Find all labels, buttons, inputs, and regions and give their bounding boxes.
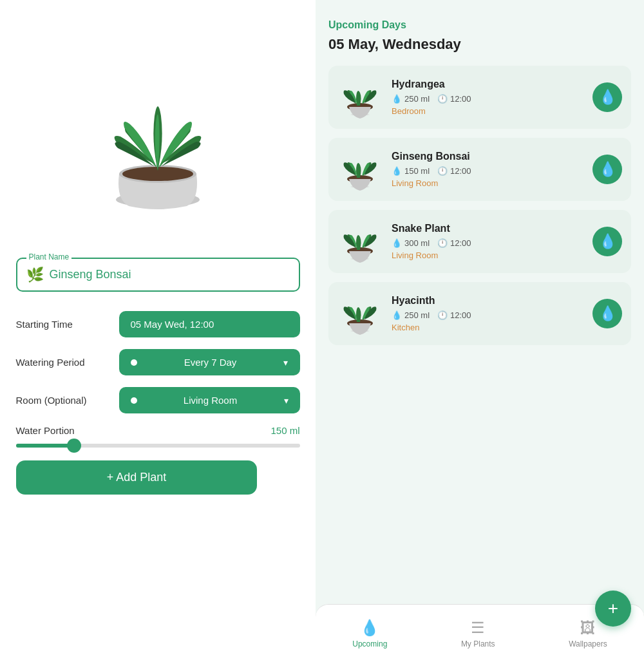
upcoming-title: Upcoming Days <box>328 19 631 31</box>
drop-icon: 💧 <box>392 238 402 248</box>
water-drop-icon: 💧 <box>599 233 616 250</box>
add-plant-button[interactable]: + Add Plant <box>16 460 258 495</box>
plant-card: Hydrangea 💧 250 ml 🕛 12:00 Bedroom <box>328 66 631 129</box>
room-dot <box>131 397 137 404</box>
plant-card-info: Hyacinth 💧 250 ml 🕛 12:00 Kitchen <box>392 295 583 332</box>
left-panel: < <box>0 0 316 662</box>
time-meta: 🕛 12:00 <box>437 166 471 176</box>
time-value: 12:00 <box>450 166 471 176</box>
plant-card: Snake Plant 💧 300 ml 🕛 12:00 Living Room <box>328 210 631 273</box>
water-amount: 150 ml <box>404 166 430 176</box>
starting-time-row: Starting Time 05 May Wed, 12:00 <box>16 311 300 337</box>
watering-period-value: Every 7 Day <box>184 357 237 368</box>
water-meta: 💧 150 ml <box>392 166 430 176</box>
time-meta: 🕛 12:00 <box>437 94 471 104</box>
water-action-button[interactable]: 💧 <box>592 82 622 112</box>
water-drop-icon: 💧 <box>599 89 616 106</box>
plant-card: Hyacinth 💧 250 ml 🕛 12:00 Kitchen <box>328 282 631 345</box>
fab-plus-icon: + <box>608 598 618 619</box>
date-heading: 05 May, Wednesday <box>328 36 631 53</box>
time-value: 12:00 <box>450 310 471 320</box>
plant-image-area <box>0 0 316 245</box>
water-action-button[interactable]: 💧 <box>592 299 622 328</box>
water-amount: 250 ml <box>404 310 430 320</box>
nav-item-upcoming[interactable]: 💧 Upcoming <box>339 614 400 654</box>
plant-cards-list: Hydrangea 💧 250 ml 🕛 12:00 Bedroom <box>328 66 631 345</box>
plant-form: Plant Name 🌿 Starting Time 05 May Wed, 1… <box>16 245 300 495</box>
plant-card-info: Hydrangea 💧 250 ml 🕛 12:00 Bedroom <box>392 79 583 116</box>
water-amount: 300 ml <box>404 238 430 248</box>
right-content: Upcoming Days 05 May, Wednesday <box>316 0 644 662</box>
wallpapers-nav-label: Wallpapers <box>569 639 607 648</box>
right-panel: Upcoming Days 05 May, Wednesday <box>316 0 644 662</box>
upcoming-nav-label: Upcoming <box>352 639 387 648</box>
plant-card-name: Hyacinth <box>392 295 583 307</box>
plant-card-image <box>337 219 383 264</box>
clock-icon: 🕛 <box>437 310 448 320</box>
water-portion-label: Water Portion <box>16 425 75 436</box>
plant-card-name: Hydrangea <box>392 79 583 90</box>
plant-card-room: Living Room <box>392 178 583 188</box>
water-meta: 💧 250 ml <box>392 310 430 320</box>
plant-card-image <box>337 147 383 192</box>
chevron-down-icon: ▾ <box>283 357 288 368</box>
room-value: Living Room <box>184 395 237 406</box>
plant-card-info: Snake Plant 💧 300 ml 🕛 12:00 Living Room <box>392 223 583 260</box>
plant-name-label: Plant Name <box>26 252 72 261</box>
plant-name-field[interactable]: Plant Name 🌿 <box>16 258 300 292</box>
time-meta: 🕛 12:00 <box>437 310 471 320</box>
room-button[interactable]: Living Room ▾ <box>119 387 300 413</box>
water-drop-icon: 💧 <box>599 161 616 178</box>
plant-card-meta: 💧 150 ml 🕛 12:00 <box>392 166 583 176</box>
plant-field-icon: 🌿 <box>26 267 44 283</box>
plant-card-room: Living Room <box>392 251 583 260</box>
chevron-down-icon-room: ▾ <box>284 395 289 406</box>
time-value: 12:00 <box>450 94 471 104</box>
plant-card-image <box>337 291 383 336</box>
water-action-button[interactable]: 💧 <box>592 227 622 256</box>
fab-add-button[interactable]: + <box>595 591 631 627</box>
nav-item-my-plants[interactable]: ☰ My Plants <box>448 614 508 654</box>
room-row: Room (Optional) Living Room ▾ <box>16 387 300 413</box>
water-meta: 💧 250 ml <box>392 94 430 104</box>
plant-card-name: Ginseng Bonsai <box>392 151 583 162</box>
watering-period-button[interactable]: Every 7 Day ▾ <box>119 349 300 375</box>
time-value: 12:00 <box>450 238 471 248</box>
room-label: Room (Optional) <box>16 395 119 406</box>
time-meta: 🕛 12:00 <box>437 238 471 248</box>
plant-card-image <box>337 75 383 120</box>
slider-thumb[interactable] <box>67 439 81 453</box>
plant-name-input[interactable] <box>50 268 290 281</box>
bottom-navigation: 💧 Upcoming ☰ My Plants 🖼 Wallpapers <box>316 604 644 662</box>
water-slider-track[interactable] <box>16 444 300 448</box>
plant-card-name: Snake Plant <box>392 223 583 234</box>
my-plants-nav-icon: ☰ <box>471 619 485 637</box>
starting-time-value: 05 May Wed, 12:00 <box>131 319 214 330</box>
starting-time-button[interactable]: 05 May Wed, 12:00 <box>119 311 300 337</box>
my-plants-nav-label: My Plants <box>461 639 495 648</box>
water-portion-value: 150 ml <box>270 425 299 436</box>
plant-illustration <box>61 13 254 232</box>
drop-icon: 💧 <box>392 94 402 104</box>
add-plant-label: + Add Plant <box>107 471 167 484</box>
period-dot <box>131 359 137 366</box>
clock-icon: 🕛 <box>437 94 448 104</box>
water-drop-icon: 💧 <box>599 305 616 322</box>
slider-fill <box>16 444 73 448</box>
water-portion-row: Water Portion 150 ml <box>16 425 300 448</box>
drop-icon: 💧 <box>392 166 402 176</box>
wallpapers-nav-icon: 🖼 <box>580 619 596 637</box>
watering-period-label: Watering Period <box>16 357 119 368</box>
starting-time-label: Starting Time <box>16 319 119 330</box>
plant-card: Ginseng Bonsai 💧 150 ml 🕛 12:00 Living R… <box>328 138 631 201</box>
drop-icon: 💧 <box>392 310 402 320</box>
clock-icon: 🕛 <box>437 166 448 176</box>
water-meta: 💧 300 ml <box>392 238 430 248</box>
clock-icon: 🕛 <box>437 238 448 248</box>
plant-card-info: Ginseng Bonsai 💧 150 ml 🕛 12:00 Living R… <box>392 151 583 188</box>
watering-period-row: Watering Period Every 7 Day ▾ <box>16 349 300 375</box>
water-action-button[interactable]: 💧 <box>592 155 622 184</box>
water-amount: 250 ml <box>404 94 430 104</box>
plant-card-meta: 💧 250 ml 🕛 12:00 <box>392 94 583 104</box>
plant-card-meta: 💧 300 ml 🕛 12:00 <box>392 238 583 248</box>
